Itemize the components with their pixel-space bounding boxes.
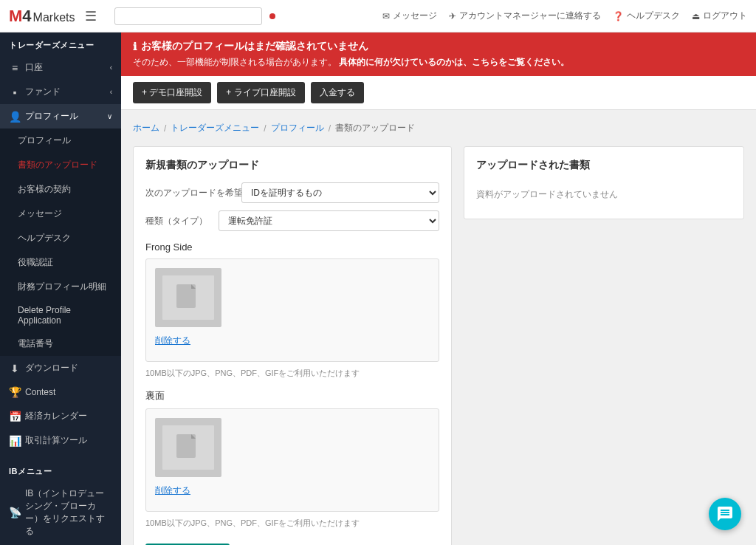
back-side-title: 裏面	[145, 389, 439, 402]
sidebar-submenu-profile[interactable]: プロフィール	[0, 128, 121, 153]
back-delete-link[interactable]: 削除する	[155, 484, 190, 497]
alert-link[interactable]: 具体的に何が欠けているのかは、こちらをご覧ください。	[339, 57, 569, 67]
chevron-right-icon: ‹	[110, 64, 112, 72]
front-file-icon	[162, 275, 214, 320]
alert-title: ℹ お客様のプロフィールはまだ確認されていません	[133, 40, 744, 53]
file-svg-icon2	[173, 433, 203, 462]
submenu-upload-label: 書類のアップロード	[18, 159, 97, 171]
fund-icon: ▪	[9, 86, 21, 98]
alert-title-text: お客様のプロフィールはまだ確認されていません	[141, 40, 368, 53]
submenu-message-label: メッセージ	[18, 208, 62, 220]
live-account-button[interactable]: + ライブ口座開設	[217, 82, 304, 103]
type-label: 種類（タイプ）	[145, 215, 211, 227]
sidebar-item-contest-label: Contest	[25, 387, 55, 397]
sep1: /	[164, 123, 166, 134]
account-icon: ≡	[9, 62, 21, 74]
sidebar-item-calculator-label: 取引計算ツール	[25, 434, 87, 447]
sep3: /	[329, 123, 331, 134]
header: M4Markets ☰ ✉ メッセージ ✈ アカウントマネージャーに連絡する ❓…	[0, 0, 756, 32]
submenu-profile-label: プロフィール	[18, 134, 71, 147]
submenu-contract-label: お客様の契約	[18, 183, 71, 196]
sidebar-item-profile-label: プロフィール	[25, 110, 78, 123]
breadcrumb-profile[interactable]: プロフィール	[271, 122, 324, 134]
front-upload-area[interactable]: 削除する	[145, 258, 439, 362]
toolbar: + デモ口座開設 + ライブ口座開設 入金する	[121, 76, 756, 110]
layout: トレーダーズメニュー ≡ 口座 ‹ ▪ ファンド ‹ 👤 プロフィール ∨ プロ…	[0, 32, 756, 545]
account-manager-link[interactable]: ✈ アカウントマネージャーに連絡する	[449, 10, 601, 22]
sidebar-item-account-label: 口座	[25, 61, 43, 74]
sidebar-submenu-delete-profile[interactable]: Delete Profile Application	[0, 299, 121, 332]
logo-m: M	[9, 7, 22, 26]
logo: M4Markets	[9, 7, 75, 26]
type-row: 種類（タイプ） 運転免許証 パスポート マイナンバーカード	[145, 210, 439, 231]
search-input[interactable]	[114, 7, 262, 25]
two-column-layout: 新規書類のアップロード 次のアップロードを希望 IDを証明するもの 住所を証明す…	[133, 146, 744, 545]
chevron-down-icon: ∨	[107, 112, 112, 120]
sidebar-item-calendar[interactable]: 📅 経済カレンダー	[0, 404, 121, 428]
messages-link[interactable]: ✉ メッセージ	[382, 10, 437, 22]
back-upload-area[interactable]: 削除する	[145, 408, 439, 512]
sidebar-submenu-position[interactable]: 役職認証	[0, 250, 121, 275]
sidebar-item-download[interactable]: ⬇ ダウンロード	[0, 356, 121, 380]
upload-card-title: 新規書類のアップロード	[145, 159, 439, 172]
alert-body: そのため、一部機能が制限される場合があります。 具体的に何が欠けているのかは、こ…	[133, 56, 744, 69]
file-svg-icon	[173, 283, 203, 312]
submenu-delete-profile-label: Delete Profile Application	[18, 305, 112, 326]
sidebar-submenu-financial[interactable]: 財務プロフィール明細	[0, 275, 121, 299]
logo-4: 4	[22, 7, 31, 26]
deposit-button[interactable]: 入金する	[311, 82, 364, 103]
demo-account-button[interactable]: + デモ口座開設	[133, 82, 211, 103]
sidebar-item-calendar-label: 経済カレンダー	[25, 410, 87, 422]
breadcrumb-traders-menu[interactable]: トレーダーズメニュー	[171, 122, 259, 134]
chevron-right-icon2: ‹	[110, 88, 112, 96]
sidebar-submenu-contract[interactable]: お客様の契約	[0, 177, 121, 202]
chat-icon	[716, 505, 734, 523]
sidebar-item-account[interactable]: ≡ 口座 ‹	[0, 55, 121, 80]
sidebar-item-contest[interactable]: 🏆 Contest	[0, 380, 121, 404]
upload-wish-row: 次のアップロードを希望 IDを証明するもの 住所を証明するもの その他	[145, 182, 439, 203]
uploaded-docs-card: アップロードされた書類 資料がアップロードされていません	[464, 146, 744, 219]
sidebar-submenu-phone[interactable]: 電話番号	[0, 332, 121, 356]
calendar-icon: 📅	[9, 411, 21, 422]
ib-menu-title: IBメニュー	[0, 459, 121, 481]
breadcrumb-home[interactable]: ホーム	[133, 122, 159, 134]
profile-icon: 👤	[9, 111, 21, 123]
sidebar-item-calculator[interactable]: 📊 取引計算ツール	[0, 428, 121, 453]
hamburger-button[interactable]: ☰	[82, 5, 100, 27]
back-file-preview	[155, 418, 221, 477]
front-side-title: Frong Side	[145, 241, 439, 253]
traders-menu-title: トレーダーズメニュー	[0, 32, 121, 55]
upload-wish-label: 次のアップロードを希望	[145, 187, 234, 199]
profile-submenu: プロフィール 書類のアップロード お客様の契約 メッセージ ヘルプデスク 役職認…	[0, 128, 121, 356]
sidebar: トレーダーズメニュー ≡ 口座 ‹ ▪ ファンド ‹ 👤 プロフィール ∨ プロ…	[0, 32, 121, 545]
sidebar-submenu-helpdesk[interactable]: ヘルプデスク	[0, 226, 121, 250]
ib-icon: 📡	[9, 507, 21, 518]
front-delete-link[interactable]: 削除する	[155, 335, 190, 347]
logout-link[interactable]: ⏏ ログアウト	[692, 10, 747, 22]
alert-banner: ℹ お客様のプロフィールはまだ確認されていません そのため、一部機能が制限される…	[121, 32, 756, 76]
front-upload-hint: 10MB以下のJPG、PNG、PDF、GIFをご利用いただけます	[145, 368, 439, 379]
logo-markets: Markets	[33, 11, 75, 24]
sidebar-item-profile[interactable]: 👤 プロフィール ∨	[0, 104, 121, 128]
main-content: ℹ お客様のプロフィールはまだ確認されていません そのため、一部機能が制限される…	[121, 32, 756, 545]
sidebar-item-download-label: ダウンロード	[25, 362, 78, 374]
breadcrumb: ホーム / トレーダーズメニュー / プロフィール / 書類のアップロード	[133, 122, 744, 134]
right-panel: アップロードされた書類 資料がアップロードされていません	[464, 146, 744, 545]
sidebar-item-ib-label: IB（イントロデューシング・ブローカー）をリクエストする	[25, 487, 112, 538]
sidebar-submenu-upload[interactable]: 書類のアップロード	[0, 153, 121, 177]
sidebar-item-fund[interactable]: ▪ ファンド ‹	[0, 80, 121, 104]
chat-bubble-button[interactable]	[709, 498, 741, 530]
back-file-icon	[162, 425, 214, 470]
front-file-preview	[155, 268, 221, 327]
sidebar-item-ib[interactable]: 📡 IB（イントロデューシング・ブローカー）をリクエストする	[0, 481, 121, 544]
sidebar-submenu-message[interactable]: メッセージ	[0, 202, 121, 226]
sep2: /	[264, 123, 266, 134]
notification-dot	[269, 13, 275, 19]
type-select[interactable]: 運転免許証 パスポート マイナンバーカード	[219, 210, 439, 231]
back-upload-hint: 10MB以下のJPG、PNG、PDF、GIFをご利用いただけます	[145, 518, 439, 529]
upload-wish-select[interactable]: IDを証明するもの 住所を証明するもの その他	[241, 182, 439, 203]
submenu-financial-label: 財務プロフィール明細	[18, 281, 106, 293]
header-search-container	[114, 7, 262, 25]
calculator-icon: 📊	[9, 435, 21, 447]
helpdesk-link[interactable]: ❓ ヘルプデスク	[613, 10, 680, 22]
